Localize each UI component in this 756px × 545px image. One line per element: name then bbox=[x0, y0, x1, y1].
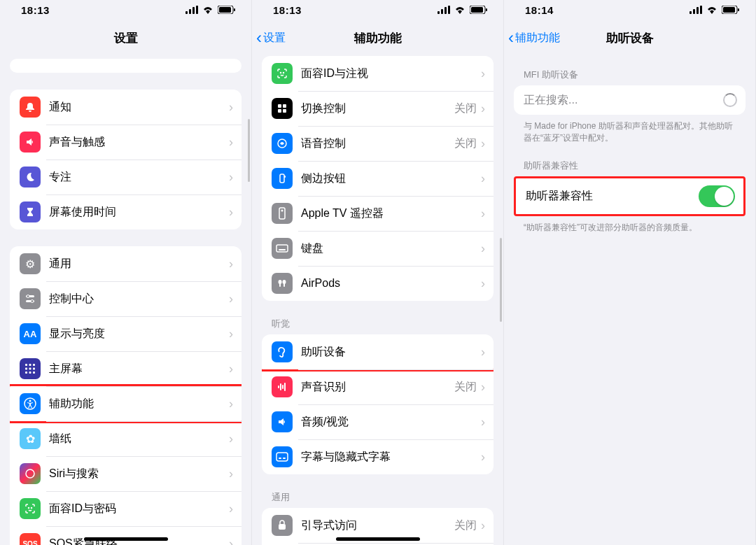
status-time: 18:13 bbox=[273, 4, 302, 16]
row-switch-control[interactable]: 切换控制 关闭 › bbox=[262, 91, 493, 126]
svg-rect-12 bbox=[29, 364, 31, 366]
row-siri[interactable]: Siri与搜索 › bbox=[10, 456, 241, 491]
settings-list: 通知 › 声音与触感 › 专注 › bbox=[0, 56, 251, 545]
row-label: Apple TV 遥控器 bbox=[301, 206, 481, 221]
status-bar: 18:13 bbox=[0, 0, 251, 20]
row-accessibility[interactable]: 辅助功能 › bbox=[10, 384, 241, 423]
nav-back-label: 设置 bbox=[263, 31, 286, 45]
svg-rect-62 bbox=[282, 385, 284, 389]
chevron-right-icon: › bbox=[229, 100, 233, 115]
row-compatibility[interactable]: 助听器兼容性 bbox=[516, 178, 743, 214]
row-side-button[interactable]: 侧边按钮 › bbox=[262, 161, 493, 196]
nav-bar: ‹ 设置 辅助功能 bbox=[252, 20, 503, 56]
row-airpods[interactable]: AirPods › bbox=[262, 266, 493, 301]
airpods-icon bbox=[272, 273, 293, 294]
nav-bar: ‹ 辅助功能 助听设备 bbox=[504, 20, 755, 56]
svg-rect-42 bbox=[486, 8, 487, 11]
svg-rect-66 bbox=[283, 458, 286, 459]
chevron-right-icon: › bbox=[229, 205, 233, 220]
home-indicator[interactable] bbox=[84, 537, 168, 541]
row-label: 语音控制 bbox=[301, 136, 454, 151]
svg-rect-60 bbox=[278, 385, 279, 388]
cellular-icon bbox=[438, 4, 450, 16]
ear-icon bbox=[272, 341, 293, 362]
svg-point-23 bbox=[29, 508, 29, 509]
chevron-right-icon: › bbox=[229, 257, 233, 271]
row-label: 声音与触感 bbox=[49, 135, 229, 150]
chevron-right-icon: › bbox=[481, 241, 485, 256]
row-value: 关闭 bbox=[454, 380, 477, 395]
spinner-icon bbox=[723, 93, 737, 107]
row-subtitles[interactable]: 字幕与隐藏式字幕 › bbox=[262, 439, 493, 474]
svg-rect-64 bbox=[276, 453, 288, 461]
compat-label: 助听器兼容性 bbox=[526, 189, 699, 204]
chevron-right-icon: › bbox=[229, 537, 233, 546]
chevron-right-icon: › bbox=[229, 502, 233, 516]
svg-rect-57 bbox=[279, 283, 281, 287]
cellular-icon bbox=[690, 4, 702, 16]
sound-recognition-icon bbox=[272, 376, 293, 397]
settings-group-2: ⚙ 通用 › 控制中心 › AA 显示与亮度 › bbox=[10, 246, 241, 545]
svg-rect-52 bbox=[279, 208, 285, 219]
row-control-center[interactable]: 控制中心 › bbox=[10, 281, 241, 316]
home-indicator[interactable] bbox=[336, 537, 420, 541]
svg-rect-19 bbox=[33, 371, 35, 374]
speaker-icon bbox=[272, 411, 293, 432]
row-screentime[interactable]: 屏幕使用时间 › bbox=[10, 194, 241, 229]
nav-back[interactable]: ‹ 辅助功能 bbox=[508, 29, 560, 46]
face-id-icon bbox=[20, 498, 41, 519]
svg-rect-11 bbox=[25, 364, 27, 366]
row-sound-recognition[interactable]: 声音识别 关闭 › bbox=[262, 369, 493, 404]
row-label: Siri与搜索 bbox=[49, 467, 229, 481]
row-hearing-devices[interactable]: 助听设备 › bbox=[262, 334, 493, 371]
svg-rect-1 bbox=[189, 9, 191, 14]
compat-toggle[interactable] bbox=[699, 185, 735, 207]
svg-point-10 bbox=[31, 300, 34, 303]
row-label: 通用 bbox=[49, 257, 229, 271]
sound-icon bbox=[20, 132, 41, 153]
text-size-icon: AA bbox=[20, 323, 41, 344]
chevron-left-icon: ‹ bbox=[256, 29, 262, 46]
row-faceid[interactable]: 面容ID与密码 › bbox=[10, 491, 241, 526]
svg-rect-55 bbox=[279, 249, 286, 250]
row-notifications[interactable]: 通知 › bbox=[10, 90, 241, 125]
wifi-icon bbox=[202, 4, 214, 16]
svg-rect-51 bbox=[284, 176, 286, 178]
flower-icon: ✿ bbox=[20, 428, 41, 449]
battery-icon bbox=[218, 4, 236, 16]
row-wallpaper[interactable]: ✿ 墙纸 › bbox=[10, 421, 241, 456]
row-general[interactable]: ⚙ 通用 › bbox=[10, 246, 241, 281]
row-label: 屏幕使用时间 bbox=[49, 205, 229, 220]
row-label: 辅助功能 bbox=[49, 397, 229, 411]
chevron-right-icon: › bbox=[481, 380, 485, 395]
notifications-icon bbox=[20, 97, 41, 118]
svg-rect-6 bbox=[234, 8, 235, 11]
chevron-right-icon: › bbox=[229, 292, 233, 306]
row-sos[interactable]: SOS SOS紧急联络 › bbox=[10, 526, 241, 545]
row-faceid-attention[interactable]: 面容ID与注视 › bbox=[262, 56, 493, 91]
row-keyboard[interactable]: 键盘 › bbox=[262, 231, 493, 266]
svg-rect-2 bbox=[192, 7, 195, 14]
svg-rect-13 bbox=[33, 364, 35, 366]
status-icons bbox=[186, 4, 236, 16]
svg-rect-74 bbox=[700, 6, 702, 14]
row-appletv[interactable]: Apple TV 遥控器 › bbox=[262, 196, 493, 231]
row-sounds[interactable]: 声音与触感 › bbox=[10, 125, 241, 160]
row-display[interactable]: AA 显示与亮度 › bbox=[10, 316, 241, 351]
grid-icon bbox=[20, 358, 41, 379]
svg-rect-67 bbox=[279, 524, 286, 530]
moon-icon bbox=[20, 167, 41, 187]
row-homescreen[interactable]: 主屏幕 › bbox=[10, 351, 241, 386]
row-focus[interactable]: 专注 › bbox=[10, 160, 241, 194]
screen-hearing-devices: 18:14 ‹ 辅助功能 助听设备 MFI 助听设备 正在搜索... 与 Mad… bbox=[504, 0, 756, 545]
screen-accessibility: 18:13 ‹ 设置 辅助功能 面容ID与注视 › 切换控制 bbox=[252, 0, 504, 545]
compat-group: 助听器兼容性 bbox=[514, 176, 746, 216]
row-audio-visual[interactable]: 音频/视觉 › bbox=[262, 404, 493, 439]
settings-group-1: 通知 › 声音与触感 › 专注 › bbox=[10, 90, 241, 229]
face-id-icon bbox=[272, 63, 293, 84]
keyboard-icon bbox=[272, 238, 293, 259]
row-voice-control[interactable]: 语音控制 关闭 › bbox=[262, 126, 493, 161]
chevron-right-icon: › bbox=[229, 362, 233, 376]
nav-back[interactable]: ‹ 设置 bbox=[256, 29, 286, 46]
svg-rect-17 bbox=[25, 371, 27, 374]
